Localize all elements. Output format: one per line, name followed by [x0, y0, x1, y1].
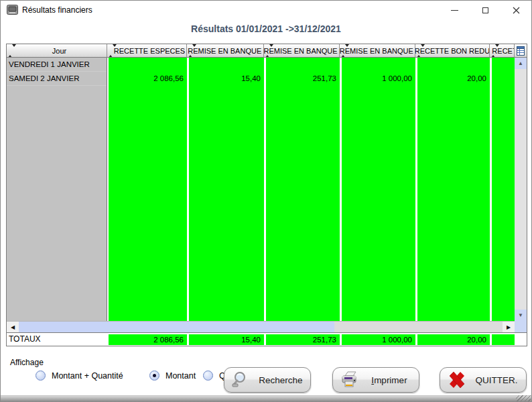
column-header-remise-banque-t[interactable]: REMISE EN BANQUE T: [187, 44, 264, 58]
radio-montant-quantite[interactable]: [36, 371, 46, 381]
window-bottom-border: [1, 395, 531, 401]
column-header-recette-bon-reduc[interactable]: RECETTE BON REDUC: [415, 44, 490, 58]
sort-icon: [188, 47, 196, 55]
sort-icon: [417, 47, 425, 55]
column-header-remise-banque-c[interactable]: REMISE EN BANQUE C: [264, 44, 340, 58]
table-header-row: Jour RECETTE ESPECES REMISE EN BANQUE T …: [7, 44, 527, 58]
page-title: Résultats 01/01/2021 ->31/12/2021: [1, 23, 531, 34]
scroll-left-icon: ◀: [11, 324, 15, 330]
titlebar: Résultats financiers: [1, 1, 531, 19]
cell-value: 15,40: [189, 72, 264, 86]
quit-x-icon: [447, 370, 467, 390]
radio-montant-label[interactable]: Montant: [165, 371, 196, 381]
cell-column-remise-banque-c[interactable]: 251,73: [266, 58, 340, 321]
results-table: Jour RECETTE ESPECES REMISE EN BANQUE T …: [6, 44, 527, 346]
scroll-right-button[interactable]: ▶: [503, 322, 515, 332]
total-remise-banque-b: 1 000,00: [342, 334, 415, 345]
vertical-scrollbar[interactable]: ▲ ▼: [515, 58, 527, 321]
resize-grip[interactable]: [516, 395, 531, 401]
radio-quantite[interactable]: [203, 371, 213, 381]
quit-button-label: QUITTER.: [467, 375, 526, 385]
minimize-button[interactable]: [439, 1, 470, 19]
maximize-button[interactable]: [470, 1, 501, 19]
horizontal-scrollbar[interactable]: ◀ ▶: [7, 321, 515, 332]
quit-button[interactable]: QUITTER.: [440, 367, 527, 393]
cell-column-remise-banque-t[interactable]: 15,40: [189, 58, 264, 321]
table-export-button[interactable]: [515, 44, 527, 58]
search-button-label: Recherche: [251, 375, 310, 385]
affichage-label: Affichage: [10, 358, 44, 367]
printer-icon: [340, 371, 360, 389]
sort-icon: [265, 47, 273, 55]
search-icon: [231, 371, 251, 389]
table-row[interactable]: SAMEDI 2 JANVIER: [7, 72, 107, 86]
sort-icon: [8, 47, 16, 55]
print-button-label: Imprimer: [360, 375, 419, 385]
sort-icon: [491, 47, 499, 55]
cell-value: 20,00: [417, 72, 490, 86]
close-icon: [513, 7, 520, 14]
results-window: Résultats financiers Résultats 01/01/202…: [0, 0, 532, 402]
table-body: VENDREDI 1 JANVIER SAMEDI 2 JANVIER 2 08…: [7, 58, 527, 321]
close-button[interactable]: [501, 1, 531, 19]
scroll-left-button[interactable]: ◀: [7, 322, 19, 332]
totals-row: TOTAUX 2 086,56 15,40 251,73 1 000,00 20…: [7, 332, 527, 346]
total-remise-banque-t: 15,40: [189, 334, 264, 345]
maximize-icon: [482, 7, 488, 13]
horizontal-scrollbar-thumb[interactable]: [19, 322, 334, 332]
column-header-jour[interactable]: Jour: [7, 44, 107, 58]
scroll-up-icon: ▲: [518, 60, 523, 66]
search-button[interactable]: Recherche: [224, 367, 311, 393]
scroll-up-button[interactable]: ▲: [515, 58, 527, 69]
cell-column-recette-especes[interactable]: 2 086,56: [109, 58, 187, 321]
cell-column-remise-banque-b[interactable]: 1 000,00: [342, 58, 415, 321]
scrollbar-corner: [515, 321, 527, 332]
sort-icon: [341, 47, 349, 55]
scroll-right-icon: ▶: [507, 324, 511, 330]
sort-icon: [109, 47, 117, 55]
total-recette-bon-reduc: 20,00: [417, 334, 490, 345]
cell-value: 251,73: [266, 72, 340, 86]
table-sheet-icon: [517, 46, 525, 56]
print-button[interactable]: Imprimer: [332, 367, 419, 393]
cell-column-recette-bon-reduc[interactable]: 20,00: [417, 58, 490, 321]
app-icon: [7, 5, 18, 15]
cell-value: 1 000,00: [342, 72, 415, 86]
cell-column-recet[interactable]: [492, 58, 515, 321]
window-title: Résultats financiers: [22, 5, 92, 15]
table-row[interactable]: VENDREDI 1 JANVIER: [7, 58, 107, 72]
column-header-recette-especes[interactable]: RECETTE ESPECES: [107, 44, 187, 58]
total-recet: [492, 334, 515, 345]
totals-label: TOTAUX: [9, 334, 41, 344]
radio-montant[interactable]: [149, 371, 159, 381]
cell-value: 2 086,56: [109, 72, 187, 86]
jour-column: VENDREDI 1 JANVIER SAMEDI 2 JANVIER: [7, 58, 107, 321]
radio-montant-quantite-label[interactable]: Montant + Quantité: [52, 371, 123, 381]
total-recette-especes: 2 086,56: [109, 334, 187, 345]
column-header-recet[interactable]: RECET: [490, 44, 515, 58]
minimize-icon: [451, 10, 458, 11]
total-remise-banque-c: 251,73: [266, 334, 340, 345]
cell-value: [492, 72, 515, 86]
scroll-down-button[interactable]: ▼: [515, 310, 527, 321]
scroll-down-icon: ▼: [518, 312, 523, 318]
column-header-remise-banque-b[interactable]: REMISE EN BANQUE B: [340, 44, 415, 58]
